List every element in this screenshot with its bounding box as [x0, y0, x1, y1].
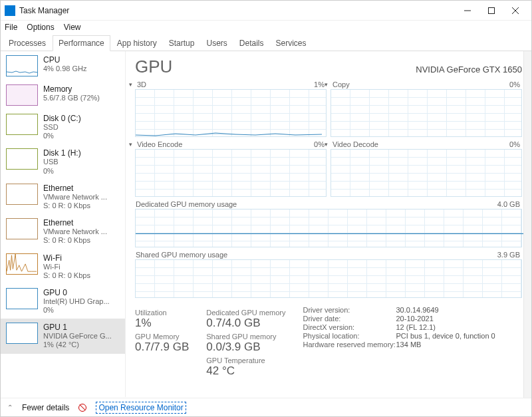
scrollbar[interactable] [523, 51, 531, 398]
cpu-thumbnail [6, 55, 38, 76]
tab-performance[interactable]: Performance [53, 35, 110, 51]
sidebar-item-label: CPU [43, 55, 120, 65]
menu-view[interactable]: View [64, 23, 81, 32]
chevron-down-icon[interactable]: ▾ [129, 141, 132, 148]
disk-thumbnail [6, 148, 38, 170]
ethernet-thumbnail [6, 184, 38, 205]
menu-options[interactable]: Options [27, 23, 54, 32]
sidebar-item-disk0[interactable]: Disk 0 (C:)SSD0% [1, 110, 125, 144]
menu-file[interactable]: File [5, 23, 17, 32]
chevron-down-icon[interactable]: ▾ [325, 81, 328, 88]
disk-thumbnail [6, 114, 38, 135]
content-pane: GPU NVIDIA GeForce GTX 1650 ▾ 3D 1% ▾ Co… [126, 51, 531, 397]
tab-details[interactable]: Details [234, 36, 269, 51]
graph-video-decode[interactable]: ▾ Video Decode 0% [331, 149, 522, 197]
stat-utilization: 1% [135, 317, 189, 330]
stat-gpu-memory: 0.7/7.9 GB [135, 341, 189, 354]
graph-video-encode[interactable]: ▾ Video Encode 0% [135, 149, 327, 197]
gpu-thumbnail [6, 288, 38, 309]
sidebar-item-label: Wi-Fi [43, 253, 120, 263]
app-icon [5, 5, 15, 16]
stat-shared-memory: 0.0/3.9 GB [206, 341, 285, 354]
fewer-details-button[interactable]: Fewer details [22, 403, 69, 412]
chevron-up-icon[interactable]: ⌃ [7, 404, 13, 411]
title-bar: Task Manager [1, 1, 531, 21]
maximize-button[interactable] [479, 1, 503, 20]
graph-dedicated-memory[interactable]: Dedicated GPU memory usage 4.0 GB [135, 209, 522, 247]
page-title: GPU [135, 57, 172, 77]
sidebar-item-wifi[interactable]: Wi-FiWi-FiS: 0 R: 0 Kbps [1, 249, 125, 284]
menu-bar: File Options View [1, 21, 531, 34]
ethernet-thumbnail [6, 218, 38, 239]
tab-processes[interactable]: Processes [3, 36, 51, 51]
sidebar[interactable]: CPU4% 0.98 GHz Memory5.6/7.8 GB (72%) Di… [1, 51, 126, 397]
tab-app-history[interactable]: App history [112, 36, 162, 51]
sidebar-item-memory[interactable]: Memory5.6/7.8 GB (72%) [1, 80, 125, 110]
sidebar-item-cpu[interactable]: CPU4% 0.98 GHz [1, 51, 125, 80]
sidebar-item-label: Ethernet [43, 184, 120, 193]
chevron-down-icon[interactable]: ▾ [129, 81, 132, 88]
sidebar-item-label: Disk 1 (H:) [43, 148, 120, 158]
wifi-thumbnail [6, 253, 38, 275]
tab-startup[interactable]: Startup [164, 36, 200, 51]
sidebar-item-disk1[interactable]: Disk 1 (H:)USB0% [1, 144, 125, 179]
sidebar-item-ethernet-1[interactable]: EthernetVMware Network ...S: 0 R: 0 Kbps [1, 214, 125, 249]
window-title: Task Manager [19, 6, 69, 15]
stats-block: Utilization 1% GPU Memory 0.7/7.9 GB Ded… [135, 306, 522, 378]
footer: ⌃ Fewer details Open Resource Monitor [1, 398, 531, 416]
svg-rect-0 [489, 7, 495, 13]
no-icon [78, 404, 86, 412]
chevron-down-icon[interactable]: ▾ [325, 141, 328, 148]
gpu-thumbnail [6, 323, 38, 344]
open-resource-monitor-link[interactable]: Open Resource Monitor [96, 402, 186, 414]
tab-users[interactable]: Users [201, 36, 232, 51]
stat-gpu-temperature: 42 °C [206, 364, 285, 378]
graph-3d[interactable]: ▾ 3D 1% [135, 89, 327, 137]
sidebar-item-label: Ethernet [43, 218, 120, 227]
minimize-button[interactable] [456, 1, 479, 20]
close-button[interactable] [503, 1, 527, 20]
sidebar-item-gpu0[interactable]: GPU 0Intel(R) UHD Grap...0% [1, 284, 125, 319]
sidebar-item-ethernet-0[interactable]: EthernetVMware Network ...S: 0 R: 0 Kbps [1, 180, 125, 214]
memory-thumbnail [6, 84, 38, 106]
stat-dedicated-memory: 0.7/4.0 GB [206, 317, 285, 330]
sidebar-item-label: Disk 0 (C:) [43, 114, 120, 123]
tab-bar: Processes Performance App history Startu… [1, 34, 531, 51]
graph-shared-memory[interactable]: Shared GPU memory usage 3.9 GB [135, 259, 522, 298]
sidebar-item-label: Memory [43, 84, 120, 94]
gpu-model: NVIDIA GeForce GTX 1650 [416, 65, 522, 74]
sidebar-item-label: GPU 0 [43, 288, 120, 297]
graph-copy[interactable]: ▾ Copy 0% [331, 89, 522, 137]
tab-services[interactable]: Services [271, 36, 312, 51]
sidebar-item-label: GPU 1 [43, 323, 120, 332]
driver-info: Driver version:30.0.14.9649 Driver date:… [303, 306, 495, 348]
sidebar-item-gpu1[interactable]: GPU 1NVIDIA GeForce G...1% (42 °C) [1, 319, 125, 353]
